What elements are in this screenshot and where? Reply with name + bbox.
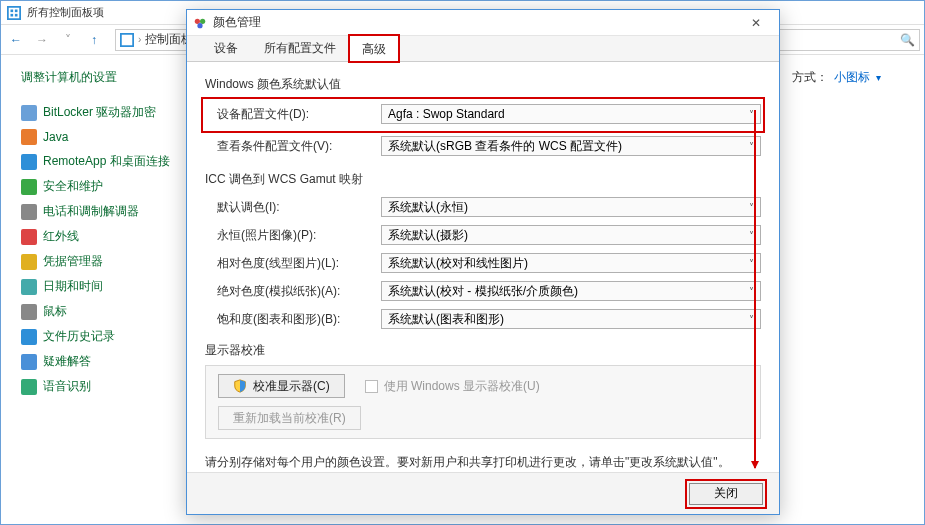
control-panel-icon [7, 6, 21, 20]
forward-button[interactable]: → [31, 29, 53, 51]
folder-icon [120, 33, 134, 47]
cp-item-label: Java [43, 130, 68, 144]
reload-calib-label: 重新加载当前校准(R) [233, 410, 346, 427]
tab-all-profiles[interactable]: 所有配置文件 [251, 34, 349, 61]
calib-row2: 重新加载当前校准(R) [218, 406, 748, 430]
absolute-row: 绝对色度(模拟纸张)(A): 系统默认(校对 - 模拟纸张/介质颜色)˅ [205, 278, 761, 304]
perceptual-select[interactable]: 系统默认(摄影)˅ [381, 225, 761, 245]
device-profile-select[interactable]: Agfa : Swop Standard ˅ [381, 104, 761, 124]
chevron-right-icon: › [138, 34, 141, 45]
cp-item-label: 日期和时间 [43, 278, 103, 295]
section-windows-defaults: Windows 颜色系统默认值 [205, 76, 761, 93]
saturation-row: 饱和度(图表和图形)(B): 系统默认(图表和图形)˅ [205, 306, 761, 332]
tab-advanced[interactable]: 高级 [349, 35, 399, 62]
cp-item-label: BitLocker 驱动器加密 [43, 104, 156, 121]
device-profile-label: 设备配置文件(D): [205, 106, 381, 123]
cp-item-label: 疑难解答 [43, 353, 91, 370]
svg-point-10 [200, 18, 205, 23]
saturation-select[interactable]: 系统默认(图表和图形)˅ [381, 309, 761, 329]
row-label: 绝对色度(模拟纸张)(A): [205, 283, 381, 300]
row-label: 饱和度(图表和图形)(B): [205, 311, 381, 328]
svg-rect-4 [11, 13, 14, 16]
svg-rect-7 [122, 34, 133, 45]
dialog-title: 颜色管理 [213, 14, 261, 31]
svg-rect-1 [9, 7, 20, 18]
section-icc-wcs: ICC 调色到 WCS Gamut 映射 [205, 171, 761, 188]
cp-item-label: 安全和维护 [43, 178, 103, 195]
up-button[interactable]: ↑ [83, 29, 105, 51]
relative-row: 相对色度(线型图片)(L): 系统默认(校对和线性图片)˅ [205, 250, 761, 276]
checkbox-label: 使用 Windows 显示器校准(U) [384, 378, 540, 395]
dialog-body: Windows 颜色系统默认值 设备配置文件(D): Agfa : Swop S… [187, 62, 779, 472]
cp-item-label: 红外线 [43, 228, 79, 245]
back-button[interactable]: ← [5, 29, 27, 51]
default-intent-select[interactable]: 系统默认(永恒)˅ [381, 197, 761, 217]
cp-item-label: 鼠标 [43, 303, 67, 320]
viewing-cond-row: 查看条件配置文件(V): 系统默认(sRGB 查看条件的 WCS 配置文件) ˅ [205, 133, 761, 159]
absolute-select[interactable]: 系统默认(校对 - 模拟纸张/介质颜色)˅ [381, 281, 761, 301]
dialog-close-x[interactable]: ✕ [739, 13, 773, 33]
default-intent-row: 默认调色(I): 系统默认(永恒)˅ [205, 194, 761, 220]
row-value: 系统默认(图表和图形) [388, 311, 504, 328]
tab-devices[interactable]: 设备 [201, 34, 251, 61]
cp-item-label: 电话和调制解调器 [43, 203, 139, 220]
color-mgmt-icon [193, 16, 207, 30]
cp-title: 所有控制面板项 [27, 5, 104, 20]
cp-right-panel: 方式： 小图标 ▾ [784, 55, 924, 524]
calibration-panel: 校准显示器(C) 使用 Windows 显示器校准(U) 重新加载当前校准(R) [205, 365, 761, 439]
row-value: 系统默认(永恒) [388, 199, 468, 216]
perceptual-row: 永恒(照片图像)(P): 系统默认(摄影)˅ [205, 222, 761, 248]
dialog-titlebar: 颜色管理 ✕ [187, 10, 779, 36]
relative-select[interactable]: 系统默认(校对和线性图片)˅ [381, 253, 761, 273]
calib-row1: 校准显示器(C) 使用 Windows 显示器校准(U) [218, 374, 748, 398]
device-profile-value: Agfa : Swop Standard [388, 107, 505, 121]
history-dropdown[interactable]: ˅ [57, 29, 79, 51]
svg-point-11 [197, 23, 202, 28]
cp-item-label: 文件历史记录 [43, 328, 115, 345]
reload-calib-button: 重新加载当前校准(R) [218, 406, 361, 430]
color-management-dialog: 颜色管理 ✕ 设备 所有配置文件 高级 Windows 颜色系统默认值 设备配置… [186, 9, 780, 515]
search-input[interactable]: 搜索控制面板 🔍 [770, 29, 920, 51]
row-value: 系统默认(摄影) [388, 227, 468, 244]
note-text: 请分别存储对每个用户的颜色设置。要对新用户和共享打印机进行更改，请单击"更改系统… [205, 453, 761, 471]
calibrate-display-button[interactable]: 校准显示器(C) [218, 374, 345, 398]
row-value: 系统默认(校对 - 模拟纸张/介质颜色) [388, 283, 578, 300]
view-label: 方式： [792, 69, 828, 86]
viewing-cond-select[interactable]: 系统默认(sRGB 查看条件的 WCS 配置文件) ˅ [381, 136, 761, 156]
svg-point-9 [195, 18, 200, 23]
svg-rect-5 [15, 13, 18, 16]
use-windows-calib-checkbox[interactable]: 使用 Windows 显示器校准(U) [365, 378, 540, 395]
calib-title: 显示器校准 [205, 342, 761, 359]
device-profile-row: 设备配置文件(D): Agfa : Swop Standard ˅ [205, 101, 761, 127]
tabs: 设备 所有配置文件 高级 [187, 36, 779, 62]
calibrate-label: 校准显示器(C) [253, 378, 330, 395]
viewing-cond-label: 查看条件配置文件(V): [205, 138, 381, 155]
row-label: 默认调色(I): [205, 199, 381, 216]
close-button-label: 关闭 [714, 485, 738, 502]
svg-rect-3 [15, 9, 18, 12]
row-label: 永恒(照片图像)(P): [205, 227, 381, 244]
svg-rect-2 [11, 9, 14, 12]
row-value: 系统默认(校对和线性图片) [388, 255, 528, 272]
dialog-footer: 关闭 [187, 472, 779, 514]
device-profile-row-highlight: 设备配置文件(D): Agfa : Swop Standard ˅ [203, 99, 763, 131]
cp-item-label: 凭据管理器 [43, 253, 103, 270]
cp-item-label: 语音识别 [43, 378, 91, 395]
close-button-highlight: 关闭 [687, 481, 765, 507]
shield-icon [233, 379, 247, 393]
chevron-down-icon[interactable]: ▾ [876, 72, 881, 83]
annotation-arrow-down [754, 110, 756, 468]
close-button[interactable]: 关闭 [689, 483, 763, 505]
cp-item-label: RemoteApp 和桌面连接 [43, 153, 170, 170]
search-icon: 🔍 [900, 33, 915, 47]
row-label: 相对色度(线型图片)(L): [205, 255, 381, 272]
checkbox-box [365, 380, 378, 393]
viewing-cond-value: 系统默认(sRGB 查看条件的 WCS 配置文件) [388, 138, 622, 155]
view-mode-link[interactable]: 小图标 [834, 69, 870, 86]
